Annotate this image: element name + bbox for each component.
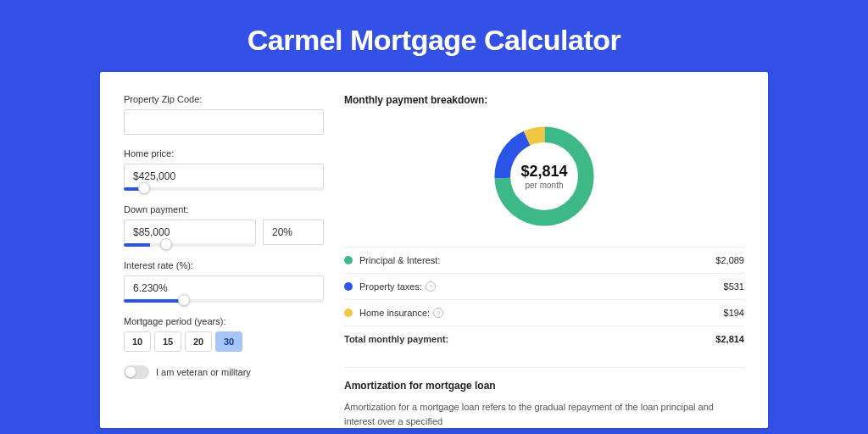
breakdown-title: Monthly payment breakdown: — [344, 94, 744, 106]
mortgage-period-segment: 10 15 20 30 — [124, 331, 324, 352]
interest-rate-input[interactable] — [124, 275, 324, 301]
period-option-20[interactable]: 20 — [185, 331, 212, 352]
label-insurance: Home insurance: — [359, 308, 430, 318]
period-option-30[interactable]: 30 — [215, 331, 242, 352]
value-taxes: $531 — [724, 281, 744, 292]
zip-input[interactable] — [124, 109, 324, 135]
info-icon[interactable]: ? — [426, 281, 436, 292]
donut-amount: $2,814 — [520, 163, 567, 181]
value-insurance: $194 — [724, 308, 744, 318]
donut-sub: per month — [525, 181, 563, 190]
breakdown-panel: Monthly payment breakdown: $2,814 per mo… — [344, 94, 744, 428]
down-payment-label: Down payment: — [124, 204, 324, 214]
down-payment-slider[interactable] — [124, 243, 256, 247]
veteran-row: I am veteran or military — [124, 365, 324, 379]
info-icon[interactable]: ? — [433, 308, 443, 318]
donut-center: $2,814 per month — [489, 121, 599, 231]
amortization-section: Amortization for mortgage loan Amortizat… — [344, 367, 744, 428]
amortization-title: Amortization for mortgage loan — [344, 380, 744, 392]
home-price-input[interactable] — [124, 164, 324, 189]
label-taxes: Property taxes: — [359, 281, 422, 292]
value-total: $2,814 — [715, 334, 744, 344]
home-price-slider[interactable] — [124, 187, 324, 191]
down-payment-slider-thumb[interactable] — [160, 238, 172, 250]
down-payment-input[interactable] — [124, 220, 256, 245]
line-principal: Principal & Interest: $2,089 — [344, 247, 744, 273]
payment-donut-chart: $2,814 per month — [489, 121, 599, 231]
home-price-label: Home price: — [124, 148, 324, 159]
period-option-10[interactable]: 10 — [124, 331, 151, 352]
zip-group: Property Zip Code: — [124, 94, 324, 135]
page-title: Carmel Mortgage Calculator — [0, 0, 868, 72]
dot-taxes — [344, 282, 353, 291]
zip-label: Property Zip Code: — [124, 94, 324, 104]
down-payment-pct-input[interactable] — [263, 220, 324, 245]
veteran-label: I am veteran or military — [156, 367, 251, 377]
interest-rate-slider[interactable] — [124, 299, 324, 303]
label-principal: Principal & Interest: — [359, 255, 440, 265]
home-price-group: Home price: — [124, 148, 324, 191]
dot-insurance — [344, 309, 353, 317]
mortgage-period-group: Mortgage period (years): 10 15 20 30 — [124, 316, 324, 352]
value-principal: $2,089 — [715, 255, 744, 265]
interest-rate-label: Interest rate (%): — [124, 260, 324, 270]
amortization-body: Amortization for a mortgage loan refers … — [344, 400, 744, 428]
label-total: Total monthly payment: — [344, 334, 448, 344]
interest-rate-group: Interest rate (%): — [124, 260, 324, 303]
mortgage-period-label: Mortgage period (years): — [124, 316, 324, 326]
line-taxes: Property taxes: ? $531 — [344, 273, 744, 299]
line-total: Total monthly payment: $2,814 — [344, 326, 744, 352]
calculator-card: Property Zip Code: Home price: Down paym… — [100, 72, 768, 428]
input-panel: Property Zip Code: Home price: Down paym… — [124, 94, 324, 428]
down-payment-group: Down payment: — [124, 204, 324, 247]
line-insurance: Home insurance: ? $194 — [344, 299, 744, 326]
dot-principal — [344, 256, 353, 264]
period-option-15[interactable]: 15 — [154, 331, 181, 352]
interest-rate-slider-thumb[interactable] — [178, 294, 190, 306]
home-price-slider-thumb[interactable] — [138, 182, 150, 194]
veteran-toggle[interactable] — [124, 365, 149, 379]
